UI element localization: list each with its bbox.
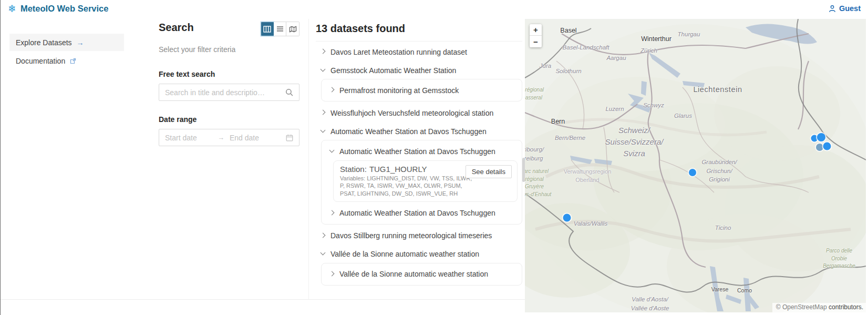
dataset-tree-item[interactable]: Davos Laret Meteostation running dataset bbox=[316, 44, 522, 60]
start-date-placeholder: Start date bbox=[165, 134, 215, 142]
dataset-tree-item[interactable]: Automatic Weather Station at Davos Tschu… bbox=[325, 205, 518, 221]
dataset-tree-item[interactable]: Automatic Weather Station at Davos Tschu… bbox=[316, 123, 522, 139]
user-icon bbox=[829, 5, 836, 13]
station-name: TUG1_HOURLY bbox=[369, 165, 427, 174]
free-text-search-placeholder: Search in title and descriptio… bbox=[165, 88, 285, 97]
dataset-title: Automatic Weather Station at Davos Tschu… bbox=[330, 127, 487, 136]
expand-chevron-icon[interactable] bbox=[321, 49, 326, 54]
expand-chevron-icon[interactable] bbox=[329, 87, 335, 93]
range-arrow-icon: → bbox=[218, 134, 224, 141]
map-zoom-control: + − bbox=[530, 24, 542, 47]
dataset-tree-item[interactable]: Davos Stillberg running meteorological t… bbox=[316, 228, 522, 244]
dataset-group: Vallée de la Sionne automatic weather st… bbox=[321, 263, 522, 286]
dataset-title: Gemsstock Automatic Weather Station bbox=[330, 66, 456, 75]
view-toggle-group bbox=[261, 22, 299, 36]
expand-chevron-icon[interactable] bbox=[321, 232, 326, 238]
station-variables: Variables: LIGHTNING_DIST, DW, VW, TSS, … bbox=[340, 175, 476, 197]
dataset-tree-item[interactable]: Vallée de la Sionne automatic weather st… bbox=[316, 246, 522, 262]
expand-chevron-icon[interactable] bbox=[329, 271, 335, 276]
openstreetmap-link[interactable]: © OpenStreetMap bbox=[776, 303, 827, 311]
search-panel-subtitle: Select your filter criteria bbox=[159, 45, 299, 54]
sidebar: Explore Datasets → Documentation bbox=[9, 34, 124, 67]
dataset-title: Automatic Weather Station at Davos Tschu… bbox=[339, 147, 495, 156]
columns-view-toggle-button[interactable] bbox=[261, 22, 274, 36]
sidebar-item-label: Documentation bbox=[16, 57, 65, 65]
station-label: Station: bbox=[340, 165, 367, 174]
map-view-icon bbox=[289, 26, 297, 33]
list-view-icon bbox=[276, 26, 284, 32]
app-title: MeteoIO Web Service bbox=[20, 4, 109, 14]
search-panel-title: Search bbox=[159, 21, 194, 34]
arrow-right-icon: → bbox=[77, 38, 84, 47]
snowflake-logo-icon: ❄ bbox=[8, 4, 16, 14]
dataset-tree-item[interactable]: Automatic Weather Station at Davos Tschu… bbox=[325, 143, 518, 159]
station-marker[interactable] bbox=[823, 143, 831, 150]
search-icon bbox=[285, 88, 293, 96]
map-view-toggle-button[interactable] bbox=[286, 22, 299, 36]
expand-chevron-icon[interactable] bbox=[321, 110, 326, 115]
dataset-title: Vallée de la Sionne automatic weather st… bbox=[339, 270, 488, 278]
columns-view-icon bbox=[263, 26, 271, 33]
results-panel: 13 datasets found Davos Laret Meteostati… bbox=[308, 19, 526, 299]
see-details-button[interactable]: See details bbox=[466, 165, 512, 178]
dataset-tree-item[interactable]: Permafrost monitoring at Gemsstock bbox=[325, 82, 518, 98]
dataset-title: Automatic Weather Station at Davos Tschu… bbox=[339, 209, 495, 217]
station-marker[interactable] bbox=[816, 144, 823, 151]
map-basemap bbox=[525, 19, 866, 312]
zoom-in-button[interactable]: + bbox=[530, 24, 542, 36]
results-separator bbox=[316, 41, 522, 42]
list-view-toggle-button[interactable] bbox=[274, 22, 286, 36]
station-entry: Station:TUG1_HOURLYVariables: LIGHTNING_… bbox=[333, 160, 518, 202]
dataset-group: Automatic Weather Station at Davos Tschu… bbox=[321, 140, 522, 225]
collapse-chevron-icon[interactable] bbox=[329, 147, 335, 153]
brand: ❄ MeteoIO Web Service bbox=[8, 4, 108, 14]
user-menu[interactable]: Guest bbox=[829, 4, 861, 13]
dataset-title: Vallée de la Sionne automatic weather st… bbox=[330, 250, 479, 258]
free-text-search-label: Free text search bbox=[159, 70, 299, 79]
app-header: ❄ MeteoIO Web Service Guest bbox=[1, 0, 868, 17]
sidebar-item-label: Explore Datasets bbox=[16, 38, 72, 47]
dataset-title: Davos Laret Meteostation running dataset bbox=[330, 48, 467, 56]
free-text-search-input[interactable]: Search in title and descriptio… bbox=[159, 84, 299, 101]
dataset-title: Davos Stillberg running meteorological t… bbox=[330, 231, 492, 240]
station-marker[interactable] bbox=[689, 169, 696, 176]
dataset-tree-item[interactable]: Vallée de la Sionne automatic weather st… bbox=[325, 266, 518, 282]
external-link-icon bbox=[70, 58, 76, 64]
user-label: Guest bbox=[839, 4, 861, 13]
attribution-text: contributors. bbox=[827, 303, 863, 311]
window-left-edge bbox=[0, 0, 1, 315]
date-range-label: Date range bbox=[159, 115, 299, 124]
date-range-input[interactable]: Start date → End date bbox=[159, 129, 299, 146]
calendar-icon bbox=[286, 134, 293, 141]
dataset-title: Permafrost monitoring at Gemsstock bbox=[339, 86, 459, 95]
map-attribution: © OpenStreetMap contributors. bbox=[772, 303, 866, 312]
content-bottom-divider bbox=[1, 299, 526, 300]
sidebar-item-documentation[interactable]: Documentation bbox=[9, 55, 124, 67]
dataset-tree: Davos Laret Meteostation running dataset… bbox=[316, 44, 522, 286]
zoom-out-button[interactable]: − bbox=[530, 36, 542, 47]
dataset-tree-item[interactable]: Gemsstock Automatic Weather Station bbox=[316, 62, 522, 78]
collapse-chevron-icon[interactable] bbox=[321, 127, 326, 133]
dataset-title: Weissfluhjoch Versuchsfeld meteorologica… bbox=[330, 109, 493, 117]
expand-chevron-icon[interactable] bbox=[329, 210, 335, 215]
station-marker[interactable] bbox=[817, 133, 825, 141]
results-heading: 13 datasets found bbox=[316, 22, 522, 35]
search-panel: Search bbox=[159, 21, 299, 146]
map-panel[interactable]: BaselWinterthurBasel-LandschaftThurgauZü… bbox=[525, 19, 866, 312]
station-marker[interactable] bbox=[563, 214, 571, 222]
collapse-chevron-icon[interactable] bbox=[321, 250, 326, 256]
end-date-placeholder: End date bbox=[230, 134, 286, 142]
collapse-chevron-icon[interactable] bbox=[321, 66, 326, 72]
dataset-tree-item[interactable]: Weissfluhjoch Versuchsfeld meteorologica… bbox=[316, 105, 522, 121]
sidebar-item-explore-datasets[interactable]: Explore Datasets → bbox=[9, 34, 124, 51]
dataset-group: Permafrost monitoring at Gemsstock bbox=[321, 79, 522, 101]
